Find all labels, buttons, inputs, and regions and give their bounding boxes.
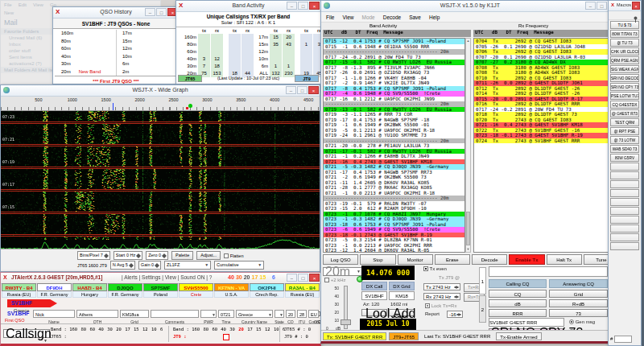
macro-button[interactable]: @ G4EST R73 bbox=[610, 109, 639, 117]
macro-button-empty[interactable] bbox=[610, 171, 639, 179]
rx-frequency-list[interactable]: 0704 Tx 2692 @ CQ G4EST IO830705 -26 0.1… bbox=[473, 38, 609, 253]
msg-button-rrr[interactable]: RRR bbox=[489, 309, 547, 317]
field-qth[interactable]: Athens bbox=[76, 310, 118, 318]
palette-button[interactable]: Palette bbox=[171, 251, 193, 260]
decode-row[interactable]: ----------------------------------------… bbox=[324, 49, 464, 55]
macro-button[interactable]: WAB SD40 73 bbox=[610, 145, 639, 153]
decode-row[interactable]: 0723 -1 -0.3 1482 # CQ DJ0QO JN39 ~Germa… bbox=[324, 216, 464, 222]
tx-even-checkbox[interactable]: Tx even bbox=[423, 266, 447, 271]
macro-button[interactable]: CQ G4ESTDX bbox=[610, 101, 639, 109]
menu-view[interactable]: View bbox=[342, 14, 353, 20]
macro-count-field[interactable] bbox=[614, 336, 632, 343]
band-activity-titlebar[interactable]: X Band Activity – □ × bbox=[176, 1, 320, 12]
macro-button-empty[interactable] bbox=[610, 180, 639, 188]
scroll-down-icon[interactable]: ▼ bbox=[466, 247, 470, 252]
macro-button-empty[interactable] bbox=[610, 216, 639, 224]
scroll-up-icon[interactable]: ▲ bbox=[466, 39, 470, 43]
lock-txrx-checkbox[interactable]: Lock Tx=Rx bbox=[425, 303, 456, 308]
field-cq[interactable]: 20▼ bbox=[286, 310, 295, 318]
jt9-hot-band-checkbox[interactable] bbox=[223, 334, 229, 340]
macro-button[interactable]: SIG WEAK AGN? bbox=[610, 65, 639, 73]
zero-spinner[interactable]: Zero 0 bbox=[146, 251, 168, 260]
report-spinner[interactable]: -16 bbox=[447, 311, 463, 318]
gen-msg-radio[interactable]: Gen msg bbox=[569, 319, 595, 324]
flatten-checkbox[interactable]: Flatten bbox=[224, 253, 243, 258]
macro-button[interactable]: PSE LOTW TU73 bbox=[610, 92, 639, 100]
tx-freq-spinner[interactable]: Tx 2743 Hz bbox=[423, 283, 460, 290]
pin-icon[interactable] bbox=[633, 16, 638, 23]
wide-graph-titlebar[interactable]: WSJT-X - Wide Graph – □ × bbox=[1, 85, 320, 97]
decode-row[interactable]: 0717 -15 -0.1 582 # CQ RW3TY LO26 EU Rus… bbox=[324, 60, 464, 65]
macro-button-empty[interactable] bbox=[610, 163, 639, 171]
close-icon[interactable]: × bbox=[308, 86, 319, 94]
macro-button-empty[interactable] bbox=[610, 242, 639, 250]
macro-button-empty[interactable] bbox=[610, 198, 639, 206]
dx-grid-field[interactable]: KM18 bbox=[389, 291, 415, 300]
macro-button[interactable]: CHK UR CLOCK bbox=[610, 47, 639, 56]
erase-button[interactable]: Erase bbox=[435, 254, 470, 265]
enable-tx-button[interactable]: Enable Tx bbox=[509, 254, 544, 265]
macros-titlebar[interactable]: X Macros [.. × bbox=[609, 1, 641, 11]
decode-row[interactable]: 0721 -5 -0.3 1482 # CQ DJ0QO JN39 ~Germa… bbox=[324, 164, 464, 170]
decode-row[interactable]: ----------------------------------------… bbox=[324, 196, 464, 201]
navg-spinner[interactable]: N Avg 5 bbox=[110, 261, 135, 270]
menu-file[interactable]: File bbox=[326, 14, 334, 20]
field-grid[interactable]: KM18ua bbox=[120, 310, 149, 318]
macro-button[interactable]: 80W TITAN 73 bbox=[610, 30, 639, 38]
macro-button-empty[interactable] bbox=[610, 233, 639, 241]
macro-button[interactable]: @ RPT PSE bbox=[610, 127, 639, 135]
minimize-icon[interactable]: – bbox=[145, 8, 155, 16]
minimize-icon[interactable]: – bbox=[286, 86, 296, 94]
stop-button[interactable]: Stop bbox=[360, 254, 395, 265]
adjust-button[interactable]: Adjust... bbox=[196, 251, 221, 260]
start-hz-spinner[interactable]: Start 0 Hz bbox=[114, 251, 142, 260]
status-mode[interactable]: JT9+JT65 bbox=[389, 332, 419, 340]
macro-button[interactable]: QRM PSE AGN? bbox=[610, 56, 639, 64]
email-menu-item[interactable]: View bbox=[33, 2, 43, 7]
email-menu-item[interactable]: Edit bbox=[19, 2, 27, 7]
macro-button[interactable]: @ 73 LOTW bbox=[610, 136, 639, 144]
add-button[interactable]: Add bbox=[389, 309, 415, 316]
menu-mode[interactable]: Mode bbox=[361, 14, 374, 20]
log-qso-button[interactable]: Log QSO bbox=[323, 254, 358, 265]
maximize-icon[interactable]: □ bbox=[297, 86, 308, 94]
tab-2[interactable]: 2 bbox=[479, 295, 486, 323]
frequency-display[interactable]: 14.076 000 bbox=[361, 266, 415, 280]
waterfall-canvas[interactable] bbox=[1, 111, 320, 253]
tab-1[interactable]: 1 bbox=[479, 267, 486, 295]
maximize-icon[interactable]: □ bbox=[156, 8, 167, 16]
palette-select[interactable]: ZL1FZ▼ bbox=[164, 261, 211, 270]
macro-button[interactable]: @ TU 73 bbox=[610, 39, 639, 47]
decode-row[interactable]: 0715 -12 0.4 1753 # CQ SP7SMF JO91 ~Pola… bbox=[324, 39, 464, 44]
msg-button-grid[interactable]: Grid bbox=[549, 290, 608, 298]
left-scrollbar[interactable]: ▲ ▼ bbox=[465, 38, 471, 253]
field-state[interactable]: ▼ bbox=[275, 310, 284, 318]
decode-row[interactable]: ----------------------------------------… bbox=[324, 101, 464, 107]
rx-freq-spinner[interactable]: Rx 2743 Hz bbox=[423, 293, 460, 300]
lookup-button[interactable]: Lookup bbox=[361, 309, 387, 316]
macro-button-empty[interactable] bbox=[610, 207, 639, 215]
macro-button[interactable]: SRI NO DECODE bbox=[610, 74, 639, 82]
msg-button-rdb[interactable]: R+dB bbox=[549, 299, 608, 307]
field-countryname[interactable]: Greece▼ bbox=[236, 310, 273, 318]
display-mode-select[interactable]: Cumulative▼ bbox=[214, 261, 264, 270]
macro-button-empty[interactable] bbox=[610, 189, 639, 197]
minimize-icon[interactable]: – bbox=[287, 2, 297, 10]
decode-button[interactable]: Decode bbox=[472, 254, 507, 265]
close-icon[interactable]: × bbox=[632, 2, 640, 10]
email-menu-item[interactable]: File bbox=[4, 2, 12, 7]
field-comments[interactable] bbox=[151, 310, 199, 318]
monitor-button[interactable]: Monitor bbox=[398, 254, 433, 265]
msg-button-db[interactable]: dB bbox=[489, 299, 547, 307]
tx-message-field[interactable] bbox=[489, 266, 608, 277]
macro-button[interactable]: TEST QRM bbox=[610, 118, 639, 126]
halt-tx-button[interactable]: Halt Tx bbox=[547, 254, 582, 265]
decode-row[interactable]: 0723 -12 1.4 2604 @ DK6OV RA3AL R-05 bbox=[324, 248, 464, 253]
dx-call-field[interactable]: SV1BHF bbox=[361, 291, 387, 300]
macro-button[interactable]: 80W G5RV bbox=[610, 154, 639, 162]
plus2khz-checkbox[interactable]: +2 kHz bbox=[324, 278, 346, 282]
field-name[interactable]: Nick bbox=[33, 310, 75, 318]
maximize-icon[interactable]: □ bbox=[298, 2, 308, 10]
macro-button-empty[interactable] bbox=[610, 224, 639, 233]
field-cont[interactable]: EU▼ bbox=[308, 310, 319, 318]
